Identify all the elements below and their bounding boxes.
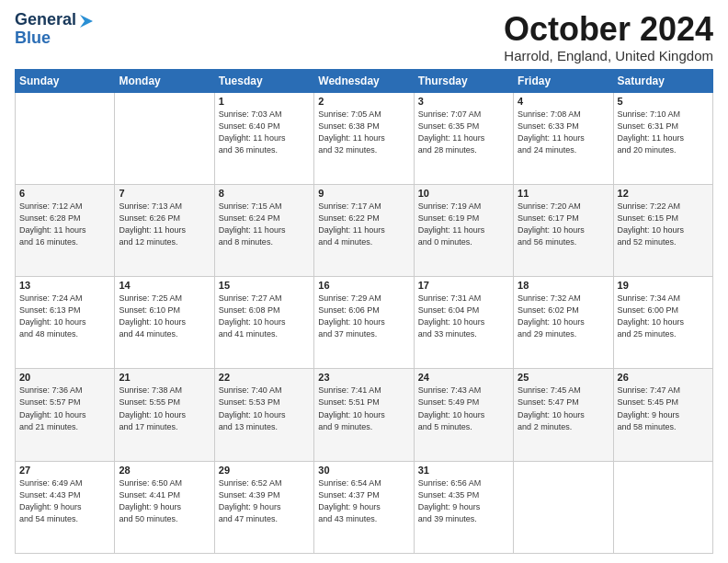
day-details: Sunrise: 6:52 AM Sunset: 4:39 PM Dayligh…	[219, 477, 310, 525]
table-row: 29Sunrise: 6:52 AM Sunset: 4:39 PM Dayli…	[214, 461, 313, 553]
day-number: 26	[618, 372, 709, 383]
day-number: 27	[19, 465, 110, 476]
day-details: Sunrise: 7:25 AM Sunset: 6:10 PM Dayligh…	[119, 293, 210, 340]
day-number: 15	[219, 280, 310, 291]
header-thursday: Thursday	[414, 69, 513, 92]
day-number: 1	[219, 96, 310, 107]
day-number: 17	[418, 280, 509, 291]
day-details: Sunrise: 7:12 AM Sunset: 6:28 PM Dayligh…	[19, 201, 110, 248]
table-row: 7Sunrise: 7:13 AM Sunset: 6:26 PM Daylig…	[115, 184, 214, 276]
day-details: Sunrise: 7:08 AM Sunset: 6:33 PM Dayligh…	[518, 109, 609, 156]
table-row: 23Sunrise: 7:41 AM Sunset: 5:51 PM Dayli…	[314, 369, 414, 461]
calendar-week-row: 13Sunrise: 7:24 AM Sunset: 6:13 PM Dayli…	[16, 277, 713, 369]
table-row: 6Sunrise: 7:12 AM Sunset: 6:28 PM Daylig…	[16, 184, 115, 276]
table-row: 19Sunrise: 7:34 AM Sunset: 6:00 PM Dayli…	[613, 277, 712, 369]
day-number: 7	[119, 188, 210, 199]
header-friday: Friday	[514, 69, 613, 92]
day-number: 6	[19, 188, 110, 199]
day-number: 24	[418, 372, 509, 383]
day-details: Sunrise: 7:10 AM Sunset: 6:31 PM Dayligh…	[618, 109, 709, 156]
table-row: 24Sunrise: 7:43 AM Sunset: 5:49 PM Dayli…	[414, 369, 513, 461]
calendar-week-row: 20Sunrise: 7:36 AM Sunset: 5:57 PM Dayli…	[16, 369, 713, 461]
table-row: 30Sunrise: 6:54 AM Sunset: 4:37 PM Dayli…	[314, 461, 414, 553]
calendar-table: Sunday Monday Tuesday Wednesday Thursday…	[15, 69, 713, 554]
table-row: 1Sunrise: 7:03 AM Sunset: 6:40 PM Daylig…	[214, 92, 313, 184]
table-row: 4Sunrise: 7:08 AM Sunset: 6:33 PM Daylig…	[514, 92, 613, 184]
day-details: Sunrise: 7:31 AM Sunset: 6:04 PM Dayligh…	[418, 293, 509, 340]
day-details: Sunrise: 6:56 AM Sunset: 4:35 PM Dayligh…	[418, 477, 509, 525]
day-details: Sunrise: 7:43 AM Sunset: 5:49 PM Dayligh…	[418, 385, 509, 432]
location: Harrold, England, United Kingdom	[504, 48, 713, 63]
day-details: Sunrise: 7:07 AM Sunset: 6:35 PM Dayligh…	[418, 109, 509, 156]
month-title: October 2024	[504, 11, 713, 48]
header-monday: Monday	[115, 69, 214, 92]
day-number: 30	[318, 465, 409, 476]
day-details: Sunrise: 6:54 AM Sunset: 4:37 PM Dayligh…	[318, 477, 409, 525]
day-details: Sunrise: 7:45 AM Sunset: 5:47 PM Dayligh…	[518, 385, 609, 432]
table-row: 20Sunrise: 7:36 AM Sunset: 5:57 PM Dayli…	[16, 369, 115, 461]
day-details: Sunrise: 7:38 AM Sunset: 5:55 PM Dayligh…	[119, 385, 210, 432]
day-number: 14	[119, 280, 210, 291]
day-details: Sunrise: 7:03 AM Sunset: 6:40 PM Dayligh…	[219, 109, 310, 156]
table-row: 13Sunrise: 7:24 AM Sunset: 6:13 PM Dayli…	[16, 277, 115, 369]
table-row: 31Sunrise: 6:56 AM Sunset: 4:35 PM Dayli…	[414, 461, 513, 553]
day-details: Sunrise: 7:29 AM Sunset: 6:06 PM Dayligh…	[318, 293, 409, 340]
calendar-week-row: 1Sunrise: 7:03 AM Sunset: 6:40 PM Daylig…	[16, 92, 713, 184]
weekday-header-row: Sunday Monday Tuesday Wednesday Thursday…	[16, 69, 713, 92]
header: General Blue October 2024 Harrold, Engla…	[15, 11, 713, 63]
day-number: 19	[618, 280, 709, 291]
header-sunday: Sunday	[16, 69, 115, 92]
table-row: 25Sunrise: 7:45 AM Sunset: 5:47 PM Dayli…	[514, 369, 613, 461]
table-row: 12Sunrise: 7:22 AM Sunset: 6:15 PM Dayli…	[613, 184, 712, 276]
day-number: 21	[119, 372, 210, 383]
day-number: 22	[219, 372, 310, 383]
day-number: 3	[418, 96, 509, 107]
day-details: Sunrise: 7:13 AM Sunset: 6:26 PM Dayligh…	[119, 201, 210, 248]
day-number: 4	[518, 96, 609, 107]
day-number: 31	[418, 465, 509, 476]
day-details: Sunrise: 7:27 AM Sunset: 6:08 PM Dayligh…	[219, 293, 310, 340]
day-details: Sunrise: 7:41 AM Sunset: 5:51 PM Dayligh…	[318, 385, 409, 432]
day-number: 5	[618, 96, 709, 107]
table-row: 5Sunrise: 7:10 AM Sunset: 6:31 PM Daylig…	[613, 92, 712, 184]
day-number: 2	[318, 96, 409, 107]
logo-general: General	[15, 11, 76, 29]
day-details: Sunrise: 7:32 AM Sunset: 6:02 PM Dayligh…	[518, 293, 609, 340]
table-row: 15Sunrise: 7:27 AM Sunset: 6:08 PM Dayli…	[214, 277, 313, 369]
day-details: Sunrise: 7:40 AM Sunset: 5:53 PM Dayligh…	[219, 385, 310, 432]
table-row: 9Sunrise: 7:17 AM Sunset: 6:22 PM Daylig…	[314, 184, 414, 276]
day-number: 20	[19, 372, 110, 383]
table-row: 22Sunrise: 7:40 AM Sunset: 5:53 PM Dayli…	[214, 369, 313, 461]
header-saturday: Saturday	[613, 69, 712, 92]
day-number: 25	[518, 372, 609, 383]
day-details: Sunrise: 7:05 AM Sunset: 6:38 PM Dayligh…	[318, 109, 409, 156]
day-number: 12	[618, 188, 709, 199]
day-number: 8	[219, 188, 310, 199]
day-number: 13	[19, 280, 110, 291]
header-tuesday: Tuesday	[214, 69, 313, 92]
calendar-week-row: 27Sunrise: 6:49 AM Sunset: 4:43 PM Dayli…	[16, 461, 713, 553]
table-row: 11Sunrise: 7:20 AM Sunset: 6:17 PM Dayli…	[514, 184, 613, 276]
table-row: 17Sunrise: 7:31 AM Sunset: 6:04 PM Dayli…	[414, 277, 513, 369]
table-row: 27Sunrise: 6:49 AM Sunset: 4:43 PM Dayli…	[16, 461, 115, 553]
day-number: 29	[219, 465, 310, 476]
day-details: Sunrise: 7:15 AM Sunset: 6:24 PM Dayligh…	[219, 201, 310, 248]
day-details: Sunrise: 7:20 AM Sunset: 6:17 PM Dayligh…	[518, 201, 609, 248]
svg-marker-0	[80, 15, 93, 28]
calendar-week-row: 6Sunrise: 7:12 AM Sunset: 6:28 PM Daylig…	[16, 184, 713, 276]
day-number: 11	[518, 188, 609, 199]
table-row: 8Sunrise: 7:15 AM Sunset: 6:24 PM Daylig…	[214, 184, 313, 276]
table-row	[514, 461, 613, 553]
logo: General Blue	[15, 11, 95, 48]
title-block: October 2024 Harrold, England, United Ki…	[504, 11, 713, 63]
table-row: 16Sunrise: 7:29 AM Sunset: 6:06 PM Dayli…	[314, 277, 414, 369]
day-details: Sunrise: 7:22 AM Sunset: 6:15 PM Dayligh…	[618, 201, 709, 248]
table-row: 3Sunrise: 7:07 AM Sunset: 6:35 PM Daylig…	[414, 92, 513, 184]
table-row: 18Sunrise: 7:32 AM Sunset: 6:02 PM Dayli…	[514, 277, 613, 369]
day-number: 23	[318, 372, 409, 383]
day-number: 9	[318, 188, 409, 199]
page: General Blue October 2024 Harrold, Engla…	[0, 0, 728, 563]
day-details: Sunrise: 7:24 AM Sunset: 6:13 PM Dayligh…	[19, 293, 110, 340]
logo-arrow-icon	[78, 13, 95, 29]
day-details: Sunrise: 7:19 AM Sunset: 6:19 PM Dayligh…	[418, 201, 509, 248]
